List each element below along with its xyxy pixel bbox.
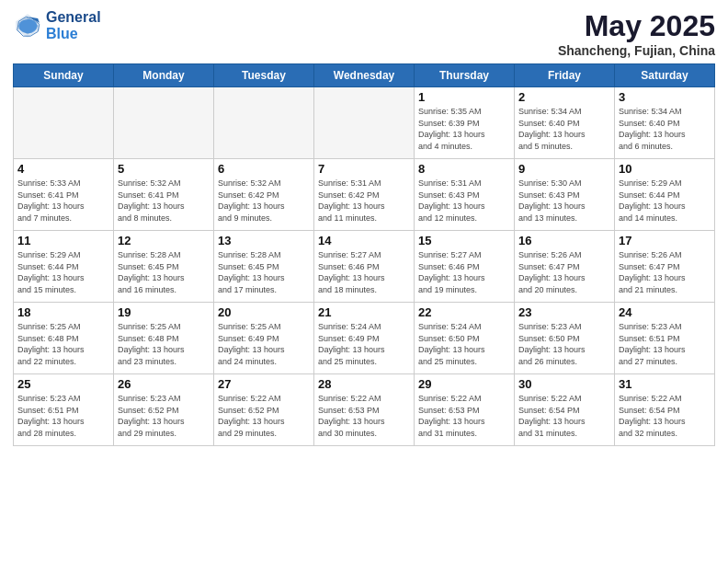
logo-text: General Blue <box>46 9 101 41</box>
table-row: 18Sunrise: 5:25 AM Sunset: 6:48 PM Dayli… <box>14 303 114 374</box>
table-row: 21Sunrise: 5:24 AM Sunset: 6:49 PM Dayli… <box>314 303 415 374</box>
table-row: 19Sunrise: 5:25 AM Sunset: 6:48 PM Dayli… <box>114 303 214 374</box>
table-row <box>14 87 114 159</box>
day-number: 29 <box>418 377 510 391</box>
day-info: Sunrise: 5:22 AM Sunset: 6:53 PM Dayligh… <box>418 393 510 439</box>
day-info: Sunrise: 5:34 AM Sunset: 6:40 PM Dayligh… <box>518 106 610 152</box>
day-info: Sunrise: 5:24 AM Sunset: 6:50 PM Dayligh… <box>418 321 510 367</box>
weekday-header-row: Sunday Monday Tuesday Wednesday Thursday… <box>14 64 715 87</box>
day-info: Sunrise: 5:26 AM Sunset: 6:47 PM Dayligh… <box>619 249 711 295</box>
table-row: 12Sunrise: 5:28 AM Sunset: 6:45 PM Dayli… <box>114 231 214 303</box>
day-info: Sunrise: 5:23 AM Sunset: 6:51 PM Dayligh… <box>619 321 711 367</box>
day-number: 17 <box>619 234 711 247</box>
day-number: 28 <box>318 377 410 391</box>
day-number: 26 <box>118 377 210 391</box>
day-info: Sunrise: 5:31 AM Sunset: 6:43 PM Dayligh… <box>418 178 510 224</box>
day-info: Sunrise: 5:23 AM Sunset: 6:51 PM Dayligh… <box>17 393 109 439</box>
day-number: 7 <box>318 162 410 176</box>
table-row: 9Sunrise: 5:30 AM Sunset: 6:43 PM Daylig… <box>515 159 615 231</box>
title-block: May 2025 Shancheng, Fujian, China <box>558 9 715 58</box>
day-info: Sunrise: 5:28 AM Sunset: 6:45 PM Dayligh… <box>118 249 210 295</box>
table-row: 7Sunrise: 5:31 AM Sunset: 6:42 PM Daylig… <box>314 159 415 231</box>
table-row: 15Sunrise: 5:27 AM Sunset: 6:46 PM Dayli… <box>415 231 515 303</box>
day-info: Sunrise: 5:23 AM Sunset: 6:52 PM Dayligh… <box>118 393 210 439</box>
day-info: Sunrise: 5:32 AM Sunset: 6:42 PM Dayligh… <box>218 178 310 224</box>
day-number: 18 <box>17 305 109 319</box>
day-number: 3 <box>619 90 711 104</box>
day-number: 30 <box>518 377 610 391</box>
table-row: 2Sunrise: 5:34 AM Sunset: 6:40 PM Daylig… <box>515 87 615 159</box>
day-number: 15 <box>418 234 510 247</box>
day-number: 4 <box>17 162 109 176</box>
day-number: 25 <box>17 377 109 391</box>
table-row: 16Sunrise: 5:26 AM Sunset: 6:47 PM Dayli… <box>515 231 615 303</box>
header-wednesday: Wednesday <box>314 64 415 87</box>
table-row: 24Sunrise: 5:23 AM Sunset: 6:51 PM Dayli… <box>615 303 715 374</box>
day-info: Sunrise: 5:29 AM Sunset: 6:44 PM Dayligh… <box>17 249 109 295</box>
day-info: Sunrise: 5:22 AM Sunset: 6:52 PM Dayligh… <box>218 393 310 439</box>
calendar-row: 4Sunrise: 5:33 AM Sunset: 6:41 PM Daylig… <box>14 159 715 231</box>
header-thursday: Thursday <box>415 64 515 87</box>
table-row: 27Sunrise: 5:22 AM Sunset: 6:52 PM Dayli… <box>214 374 314 446</box>
day-info: Sunrise: 5:28 AM Sunset: 6:45 PM Dayligh… <box>218 249 310 295</box>
day-info: Sunrise: 5:26 AM Sunset: 6:47 PM Dayligh… <box>518 249 610 295</box>
day-number: 6 <box>218 162 310 176</box>
day-info: Sunrise: 5:25 AM Sunset: 6:49 PM Dayligh… <box>218 321 310 367</box>
day-info: Sunrise: 5:25 AM Sunset: 6:48 PM Dayligh… <box>17 321 109 367</box>
day-info: Sunrise: 5:24 AM Sunset: 6:49 PM Dayligh… <box>318 321 410 367</box>
day-info: Sunrise: 5:31 AM Sunset: 6:42 PM Dayligh… <box>318 178 410 224</box>
day-info: Sunrise: 5:27 AM Sunset: 6:46 PM Dayligh… <box>318 249 410 295</box>
day-number: 9 <box>518 162 610 176</box>
table-row: 11Sunrise: 5:29 AM Sunset: 6:44 PM Dayli… <box>14 231 114 303</box>
header-sunday: Sunday <box>14 64 114 87</box>
day-info: Sunrise: 5:22 AM Sunset: 6:54 PM Dayligh… <box>518 393 610 439</box>
table-row <box>314 87 415 159</box>
table-row: 26Sunrise: 5:23 AM Sunset: 6:52 PM Dayli… <box>114 374 214 446</box>
day-number: 24 <box>619 305 711 319</box>
day-number: 2 <box>518 90 610 104</box>
table-row: 14Sunrise: 5:27 AM Sunset: 6:46 PM Dayli… <box>314 231 415 303</box>
header-tuesday: Tuesday <box>214 64 314 87</box>
day-number: 10 <box>619 162 711 176</box>
day-number: 16 <box>518 234 610 247</box>
table-row: 13Sunrise: 5:28 AM Sunset: 6:45 PM Dayli… <box>214 231 314 303</box>
day-number: 14 <box>318 234 410 247</box>
table-row: 30Sunrise: 5:22 AM Sunset: 6:54 PM Dayli… <box>515 374 615 446</box>
table-row <box>214 87 314 159</box>
table-row: 4Sunrise: 5:33 AM Sunset: 6:41 PM Daylig… <box>14 159 114 231</box>
table-row: 8Sunrise: 5:31 AM Sunset: 6:43 PM Daylig… <box>415 159 515 231</box>
location: Shancheng, Fujian, China <box>558 43 715 58</box>
day-number: 19 <box>118 305 210 319</box>
calendar-row: 1Sunrise: 5:35 AM Sunset: 6:39 PM Daylig… <box>14 87 715 159</box>
day-info: Sunrise: 5:32 AM Sunset: 6:41 PM Dayligh… <box>118 178 210 224</box>
table-row: 22Sunrise: 5:24 AM Sunset: 6:50 PM Dayli… <box>415 303 515 374</box>
day-info: Sunrise: 5:22 AM Sunset: 6:54 PM Dayligh… <box>619 393 711 439</box>
day-info: Sunrise: 5:33 AM Sunset: 6:41 PM Dayligh… <box>17 178 109 224</box>
day-info: Sunrise: 5:34 AM Sunset: 6:40 PM Dayligh… <box>619 106 711 152</box>
day-info: Sunrise: 5:22 AM Sunset: 6:53 PM Dayligh… <box>318 393 410 439</box>
day-number: 23 <box>518 305 610 319</box>
logo: General Blue <box>13 9 101 41</box>
table-row: 31Sunrise: 5:22 AM Sunset: 6:54 PM Dayli… <box>615 374 715 446</box>
day-number: 1 <box>418 90 510 104</box>
table-row <box>114 87 214 159</box>
day-number: 21 <box>318 305 410 319</box>
table-row: 5Sunrise: 5:32 AM Sunset: 6:41 PM Daylig… <box>114 159 214 231</box>
header-saturday: Saturday <box>615 64 715 87</box>
table-row: 10Sunrise: 5:29 AM Sunset: 6:44 PM Dayli… <box>615 159 715 231</box>
day-number: 11 <box>17 234 109 247</box>
day-number: 13 <box>218 234 310 247</box>
table-row: 17Sunrise: 5:26 AM Sunset: 6:47 PM Dayli… <box>615 231 715 303</box>
day-info: Sunrise: 5:29 AM Sunset: 6:44 PM Dayligh… <box>619 178 711 224</box>
calendar-row: 11Sunrise: 5:29 AM Sunset: 6:44 PM Dayli… <box>14 231 715 303</box>
day-number: 27 <box>218 377 310 391</box>
day-info: Sunrise: 5:30 AM Sunset: 6:43 PM Dayligh… <box>518 178 610 224</box>
header-monday: Monday <box>114 64 214 87</box>
day-number: 5 <box>118 162 210 176</box>
day-info: Sunrise: 5:25 AM Sunset: 6:48 PM Dayligh… <box>118 321 210 367</box>
day-number: 20 <box>218 305 310 319</box>
header-friday: Friday <box>515 64 615 87</box>
page-container: General Blue May 2025 Shancheng, Fujian,… <box>0 0 728 455</box>
logo-icon <box>13 11 42 40</box>
day-info: Sunrise: 5:35 AM Sunset: 6:39 PM Dayligh… <box>418 106 510 152</box>
